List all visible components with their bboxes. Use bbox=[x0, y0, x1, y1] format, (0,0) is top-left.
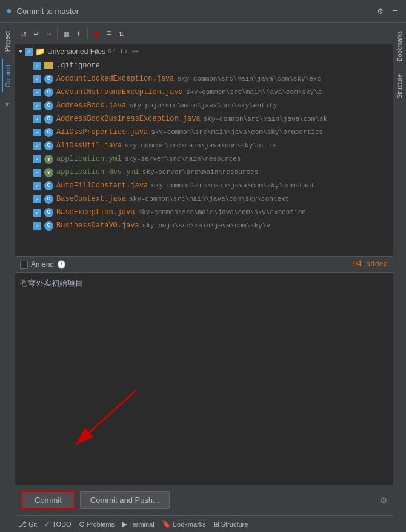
file-checkbox[interactable]: ✓ bbox=[33, 209, 41, 217]
file-checkbox[interactable]: ✓ bbox=[33, 129, 41, 136]
taskbar: ⎇ Git ✓ TODO ⊙ Problems ▶ Terminal 🔖 Boo… bbox=[15, 515, 393, 532]
file-path: sky-pojo\src\main\java\com\sky\v bbox=[142, 222, 270, 229]
list-item[interactable]: ✓ C AliOssProperties.java sky-common\src… bbox=[15, 126, 393, 139]
added-count: 94 added bbox=[353, 260, 388, 269]
group-count: 94 files bbox=[108, 48, 140, 55]
file-name: AliOssProperties.java bbox=[56, 128, 148, 136]
amend-checkbox[interactable] bbox=[20, 261, 28, 269]
project-tab[interactable]: Project bbox=[2, 26, 12, 56]
file-path: sky-server\src\main\resources bbox=[125, 155, 241, 163]
list-icon[interactable]: ≡ bbox=[104, 27, 114, 39]
bookmarks-side-tab[interactable]: Bookmarks bbox=[395, 26, 404, 66]
list-item[interactable]: ✓ C AutoFillConstant.java sky-common\src… bbox=[15, 179, 393, 192]
yaml-icon: Y bbox=[44, 155, 53, 164]
file-name: AccountLockedException.java bbox=[56, 75, 174, 83]
minimize-icon[interactable]: − bbox=[390, 5, 400, 18]
redo-icon[interactable]: ↪ bbox=[44, 27, 53, 40]
file-name: BusinessDataVO.java bbox=[56, 221, 139, 230]
group-label: Unversioned Files bbox=[47, 47, 105, 56]
download-icon[interactable]: ⬇ bbox=[74, 27, 84, 40]
problems-icon: ⊙ bbox=[79, 520, 85, 528]
file-path: sky-common\src\main\java\com\sk bbox=[204, 115, 328, 123]
yaml-icon: Y bbox=[44, 168, 53, 177]
file-checkbox[interactable]: ✓ bbox=[33, 222, 41, 230]
star-icon: ★ bbox=[5, 98, 10, 109]
commit-message-text: 苍穹外卖初始项目 bbox=[20, 278, 83, 288]
arrow-container bbox=[15, 384, 393, 485]
list-item[interactable]: ✓ C BaseException.java sky-common\src\ma… bbox=[15, 206, 393, 219]
file-name: BaseContext.java bbox=[56, 195, 126, 203]
toolbar-sep-1 bbox=[57, 28, 58, 39]
file-path: sky-common\src\main\java\com\sky\exc bbox=[177, 75, 321, 82]
list-item[interactable]: ✓ C BaseContext.java sky-common\src\main… bbox=[15, 192, 393, 206]
structure-icon: ⊞ bbox=[213, 520, 219, 528]
java-icon: C bbox=[44, 101, 53, 110]
file-checkbox[interactable]: ✓ bbox=[33, 169, 41, 177]
left-sidebar: Project Commit ★ bbox=[0, 23, 15, 532]
bookmarks-icon: 🔖 bbox=[162, 520, 171, 528]
list-item[interactable]: ✓ Y application.yml sky-server\src\main\… bbox=[15, 152, 393, 166]
history-icon[interactable]: 🕐 bbox=[57, 260, 66, 269]
todo-icon: ✓ bbox=[44, 520, 50, 528]
file-checkbox[interactable]: ✓ bbox=[33, 155, 41, 163]
list-item[interactable]: ✓ C AddressBookBusinessException.java sk… bbox=[15, 112, 393, 126]
java-icon: C bbox=[44, 141, 53, 150]
commit-button[interactable]: Commit bbox=[21, 491, 75, 510]
content-area: ↺ ↩ ↪ ▦ ⬇ ◉ ≡ ⇅ ▼ ✓ 📁 Unversioned Files … bbox=[15, 23, 393, 532]
list-item[interactable]: ✓ C AccountLockedException.java sky-comm… bbox=[15, 72, 393, 86]
chevron-down-icon: ▼ bbox=[19, 49, 22, 55]
taskbar-problems[interactable]: ⊙ Problems bbox=[79, 520, 115, 528]
file-path: sky-common\src\main\java\com\sky\propert… bbox=[151, 129, 323, 136]
file-checkbox[interactable]: ✓ bbox=[33, 195, 41, 203]
file-name: AliOssUtil.java bbox=[56, 141, 122, 150]
list-item[interactable]: ✓ C BusinessDataVO.java sky-pojo\src\mai… bbox=[15, 219, 393, 232]
java-icon: C bbox=[44, 128, 53, 137]
commit-tab[interactable]: Commit bbox=[2, 59, 13, 92]
list-item[interactable]: ✓ C AccountNotFoundException.java sky-co… bbox=[15, 86, 393, 99]
list-item[interactable]: ✓ Y application-dev.yml sky-server\src\m… bbox=[15, 166, 393, 179]
right-sidebar: Bookmarks Structure bbox=[393, 23, 406, 532]
file-checkbox[interactable]: ✓ bbox=[33, 102, 41, 110]
file-checkbox[interactable]: ✓ bbox=[33, 62, 41, 70]
main-layout: Project Commit ★ ↺ ↩ ↪ ▦ ⬇ ◉ ≡ ⇅ ▼ ✓ 📁 U… bbox=[0, 23, 406, 532]
list-item[interactable]: ✓ C AliOssUtil.java sky-common\src\main\… bbox=[15, 139, 393, 152]
structure-side-tab[interactable]: Structure bbox=[395, 69, 404, 104]
file-name: AddressBookBusinessException.java bbox=[56, 115, 201, 123]
group-header-unversioned[interactable]: ▼ ✓ 📁 Unversioned Files 94 files bbox=[15, 44, 393, 59]
file-checkbox[interactable]: ✓ bbox=[33, 89, 41, 96]
file-checkbox[interactable]: ✓ bbox=[33, 75, 41, 83]
commit-message-area[interactable]: 苍穹外卖初始项目 bbox=[15, 273, 393, 384]
group-checkbox[interactable]: ✓ bbox=[25, 48, 33, 56]
file-checkbox[interactable]: ✓ bbox=[33, 115, 41, 123]
file-path: sky-common\src\main\java\com\sky\constan… bbox=[151, 182, 315, 189]
git-icon: ⎇ bbox=[18, 520, 27, 528]
gear-icon[interactable]: ⚙ bbox=[381, 494, 387, 507]
file-name: application-dev.yml bbox=[56, 168, 139, 177]
undo-icon[interactable]: ↩ bbox=[31, 27, 41, 40]
commit-and-push-button[interactable]: Commit and Push... bbox=[80, 491, 170, 509]
taskbar-bookmarks[interactable]: 🔖 Bookmarks bbox=[162, 520, 206, 528]
file-path: sky-server\src\main\resources bbox=[142, 169, 258, 176]
file-path: sky-common\src\main\java\com\sky\e bbox=[186, 89, 322, 96]
file-name: AddressBook.java bbox=[56, 101, 126, 110]
toolbar: ↺ ↩ ↪ ▦ ⬇ ◉ ≡ ⇅ bbox=[15, 23, 393, 44]
sort-icon[interactable]: ⇅ bbox=[116, 27, 126, 40]
status-bar: Amend 🕐 94 added bbox=[15, 256, 393, 273]
gear-icon[interactable]: ⚙ bbox=[375, 5, 385, 18]
file-checkbox[interactable]: ✓ bbox=[33, 182, 41, 190]
diff-icon[interactable]: ▦ bbox=[61, 27, 71, 40]
title-bar: ● Commit to master ⚙ − bbox=[0, 0, 406, 23]
file-path: sky-common\src\main\java\com\sky\utils bbox=[125, 142, 277, 149]
taskbar-structure[interactable]: ⊞ Structure bbox=[213, 520, 248, 528]
taskbar-git[interactable]: ⎇ Git bbox=[18, 520, 37, 528]
list-item[interactable]: ✓ .gitignore bbox=[15, 59, 393, 72]
taskbar-todo[interactable]: ✓ TODO bbox=[44, 520, 72, 528]
terminal-icon: ▶ bbox=[122, 520, 127, 528]
file-checkbox[interactable]: ✓ bbox=[33, 142, 41, 150]
file-path: sky-common\src\main\java\com\sky\excepti… bbox=[138, 209, 306, 216]
taskbar-terminal[interactable]: ▶ Terminal bbox=[122, 520, 155, 528]
refresh-icon[interactable]: ↺ bbox=[19, 27, 28, 40]
file-list[interactable]: ▼ ✓ 📁 Unversioned Files 94 files ✓ .giti… bbox=[15, 44, 393, 256]
eye-icon[interactable]: ◉ bbox=[92, 27, 101, 40]
list-item[interactable]: ✓ C AddressBook.java sky-pojo\src\main\j… bbox=[15, 99, 393, 112]
